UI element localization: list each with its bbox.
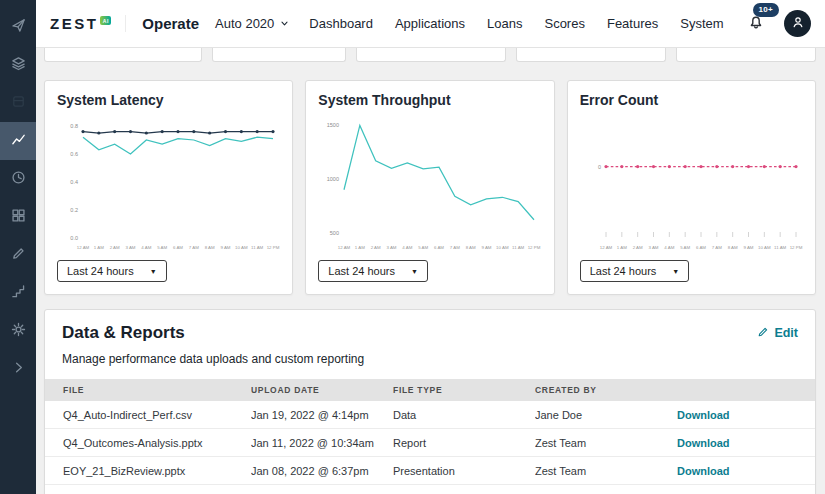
kpi-card bbox=[44, 48, 202, 62]
svg-text:2 AM: 2 AM bbox=[110, 245, 120, 250]
nav-dashboard[interactable]: Dashboard bbox=[309, 16, 373, 31]
svg-text:0: 0 bbox=[598, 164, 601, 170]
svg-text:11 AM: 11 AM bbox=[251, 245, 263, 250]
nav-features[interactable]: Features bbox=[607, 16, 658, 31]
download-link[interactable]: Download bbox=[677, 409, 815, 421]
layers-icon bbox=[11, 56, 26, 75]
clock-icon bbox=[11, 170, 26, 189]
svg-text:8 AM: 8 AM bbox=[205, 245, 215, 250]
brand-name: ZEST bbox=[50, 15, 98, 32]
blocks-icon bbox=[11, 208, 26, 227]
chart-plot-system-throughput: 5001000150012 AM1 AM2 AM3 AM4 AM5 AM6 AM… bbox=[318, 112, 543, 252]
edit-button[interactable]: Edit bbox=[757, 326, 798, 341]
created-by: Zest Team bbox=[535, 437, 677, 449]
nav-scores[interactable]: Scores bbox=[544, 16, 584, 31]
workspace-dropdown[interactable]: Auto 2020 bbox=[215, 16, 289, 31]
kpi-card bbox=[212, 48, 346, 62]
svg-text:0.0: 0.0 bbox=[70, 235, 78, 241]
svg-text:2 AM: 2 AM bbox=[371, 245, 381, 250]
chart-plot-error-count: 012 AM1 AM2 AM3 AM4 AM5 AM6 AM7 AM8 AM9 … bbox=[580, 112, 805, 252]
main-column: ZEST AI Operate Auto 2020 DashboardAppli… bbox=[36, 0, 825, 494]
panel-icon bbox=[11, 94, 26, 113]
created-by: Jane Doe bbox=[535, 409, 677, 421]
table-row: Q4_Outcomes-Analysis.pptxJan 11, 2022 @ … bbox=[45, 429, 815, 457]
nav-system[interactable]: System bbox=[680, 16, 723, 31]
svg-text:9 AM: 9 AM bbox=[220, 245, 230, 250]
svg-text:1500: 1500 bbox=[327, 122, 339, 128]
svg-text:7 AM: 7 AM bbox=[189, 245, 199, 250]
sidebar-item-line-chart[interactable] bbox=[0, 122, 36, 160]
svg-text:12 AM: 12 AM bbox=[599, 245, 612, 250]
nav-loans[interactable]: Loans bbox=[487, 16, 522, 31]
svg-text:10 AM: 10 AM bbox=[496, 245, 509, 250]
sidebar bbox=[0, 0, 36, 494]
upload-date: Jan 11, 2022 @ 10:34am bbox=[251, 437, 393, 449]
svg-text:2 AM: 2 AM bbox=[632, 245, 642, 250]
column-header: CREATED BY bbox=[535, 385, 677, 395]
svg-text:500: 500 bbox=[330, 230, 339, 236]
column-header: FILE bbox=[45, 385, 251, 395]
sidebar-item-layers[interactable] bbox=[0, 46, 36, 84]
time-range-dropdown[interactable]: Last 24 hours▼ bbox=[57, 260, 167, 282]
line-chart-icon bbox=[11, 132, 26, 151]
caret-down-icon: ▼ bbox=[672, 268, 679, 275]
svg-text:5 AM: 5 AM bbox=[680, 245, 690, 250]
svg-text:0.4: 0.4 bbox=[70, 179, 78, 185]
nav-applications[interactable]: Applications bbox=[395, 16, 465, 31]
brand-ai-badge: AI bbox=[100, 16, 111, 25]
upload-date: Jan 19, 2022 @ 4:14pm bbox=[251, 409, 393, 421]
svg-text:8 AM: 8 AM bbox=[466, 245, 476, 250]
svg-text:12 PM: 12 PM bbox=[528, 245, 541, 250]
table-header-row: FILEUPLOAD DATEFILE TYPECREATED BY bbox=[45, 379, 815, 401]
svg-text:10 AM: 10 AM bbox=[758, 245, 771, 250]
gear-icon bbox=[11, 322, 26, 341]
sidebar-item-blocks[interactable] bbox=[0, 198, 36, 236]
primary-nav: DashboardApplicationsLoansScoresFeatures… bbox=[309, 16, 723, 31]
zest-logo[interactable]: ZEST AI bbox=[50, 15, 126, 32]
table-row: EOY_21_BizReview.pptxJan 08, 2022 @ 6:37… bbox=[45, 457, 815, 485]
person-icon bbox=[791, 15, 805, 33]
caret-down-icon: ▼ bbox=[150, 268, 157, 275]
sidebar-item-send[interactable] bbox=[0, 8, 36, 46]
pencil-icon bbox=[757, 326, 769, 341]
time-range-dropdown[interactable]: Last 24 hours▼ bbox=[580, 260, 690, 282]
kpi-card bbox=[676, 48, 816, 62]
sidebar-item-panel[interactable] bbox=[0, 84, 36, 122]
files-table: FILEUPLOAD DATEFILE TYPECREATED BY Q4_Au… bbox=[45, 379, 815, 485]
sidebar-item-gear[interactable] bbox=[0, 312, 36, 350]
chart-card-system-latency: System Latency0.00.20.40.60.812 AM1 AM2 … bbox=[44, 80, 293, 295]
chart-title: System Throughput bbox=[318, 92, 541, 108]
svg-text:4 AM: 4 AM bbox=[403, 245, 413, 250]
download-link[interactable]: Download bbox=[677, 437, 815, 449]
time-range-dropdown[interactable]: Last 24 hours▼ bbox=[318, 260, 428, 282]
svg-text:9 AM: 9 AM bbox=[743, 245, 753, 250]
svg-text:11 AM: 11 AM bbox=[512, 245, 524, 250]
data-reports-card: Data & Reports Edit Manage performance d… bbox=[44, 309, 816, 494]
time-range-label: Last 24 hours bbox=[590, 265, 657, 277]
user-avatar[interactable] bbox=[784, 10, 811, 37]
chart-title: Error Count bbox=[580, 92, 803, 108]
pencil-icon bbox=[11, 246, 26, 265]
kpi-cards-row-cutoff bbox=[44, 48, 816, 62]
sidebar-item-steps[interactable] bbox=[0, 274, 36, 312]
sidebar-item-clock[interactable] bbox=[0, 160, 36, 198]
charts-row: System Latency0.00.20.40.60.812 AM1 AM2 … bbox=[44, 80, 816, 295]
file-type: Report bbox=[393, 437, 535, 449]
column-header: FILE TYPE bbox=[393, 385, 535, 395]
sidebar-item-chevron-right[interactable] bbox=[0, 350, 36, 388]
download-link[interactable]: Download bbox=[677, 465, 815, 477]
kpi-card bbox=[356, 48, 506, 62]
main-content: System Latency0.00.20.40.60.812 AM1 AM2 … bbox=[36, 48, 825, 494]
file-type: Data bbox=[393, 409, 535, 421]
svg-text:6 AM: 6 AM bbox=[434, 245, 444, 250]
notifications-button[interactable]: 10+ bbox=[748, 14, 764, 34]
svg-text:3 AM: 3 AM bbox=[387, 245, 397, 250]
svg-text:4 AM: 4 AM bbox=[141, 245, 151, 250]
product-name: Operate bbox=[142, 15, 199, 32]
section-title: Data & Reports bbox=[62, 323, 185, 343]
svg-text:3 AM: 3 AM bbox=[125, 245, 135, 250]
svg-text:1000: 1000 bbox=[327, 176, 339, 182]
svg-text:0.8: 0.8 bbox=[70, 123, 78, 129]
file-type: Presentation bbox=[393, 465, 535, 477]
sidebar-item-pencil[interactable] bbox=[0, 236, 36, 274]
